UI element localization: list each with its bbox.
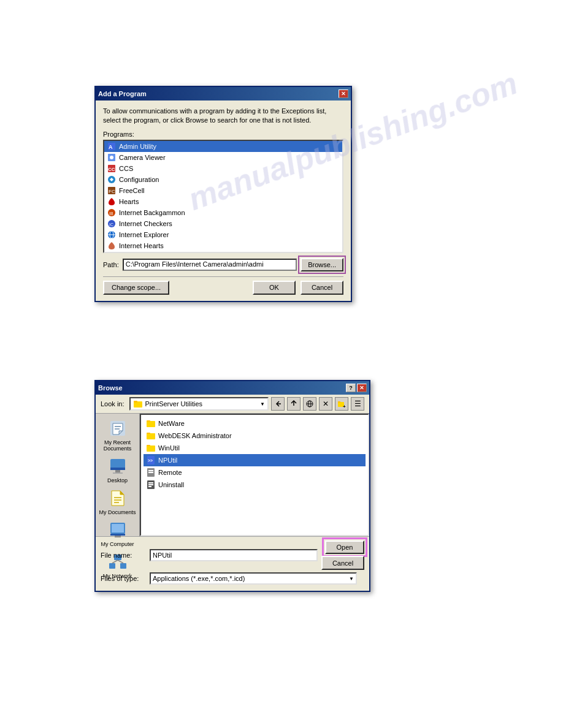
dropdown-arrow[interactable]: ▼ xyxy=(260,401,265,407)
svg-rect-46 xyxy=(147,421,155,427)
list-item[interactable]: Hearts xyxy=(104,196,342,207)
change-scope-button[interactable]: Change scope... xyxy=(103,281,169,295)
list-item[interactable]: IC Internet Checkers xyxy=(104,218,342,229)
filetype-row: Files of type: Applications (*.exe,*.com… xyxy=(101,572,364,585)
look-in-select[interactable]: PrintServer Utilities ▼ xyxy=(129,397,269,411)
look-in-value: PrintServer Utilities xyxy=(145,400,259,408)
svg-rect-40 xyxy=(115,536,121,537)
svg-rect-32 xyxy=(115,470,120,472)
close-button[interactable]: ✕ xyxy=(339,89,348,98)
dropdown-arrow-icon[interactable]: ▼ xyxy=(349,576,354,582)
svg-rect-59 xyxy=(148,484,153,485)
svg-text:IB: IB xyxy=(109,211,113,216)
svg-rect-56 xyxy=(148,472,153,473)
delete-button[interactable]: ✕ xyxy=(319,397,332,411)
files-of-type-select[interactable]: Applications (*.exe,*.com,*.icd) ▼ xyxy=(150,572,357,585)
add-program-body: To allow communications with a program b… xyxy=(96,100,351,301)
sidebar-recent[interactable]: My Recent Documents xyxy=(98,419,137,452)
go-back-button[interactable] xyxy=(271,397,285,411)
browse-titlebar-buttons: ? ✕ xyxy=(346,384,367,392)
back-icon xyxy=(274,400,282,408)
filename-row: File name: NPUtil Open Cancel xyxy=(101,540,364,570)
sidebar-documents[interactable]: My Documents xyxy=(98,488,137,515)
svg-rect-19 xyxy=(134,401,137,403)
svg-rect-25 xyxy=(338,401,340,403)
svg-text:IC: IC xyxy=(109,222,113,227)
svg-line-45 xyxy=(118,560,123,563)
svg-rect-55 xyxy=(148,470,153,471)
open-button[interactable]: Open xyxy=(325,540,364,554)
documents-icon xyxy=(108,488,128,508)
file-item[interactable]: Remote xyxy=(144,466,366,479)
file-item[interactable]: NetWare xyxy=(144,417,366,430)
browse-cancel-button[interactable]: Cancel xyxy=(321,556,364,570)
browse-titlebar: Browse ? ✕ xyxy=(96,381,369,395)
svg-rect-48 xyxy=(147,433,155,439)
list-item[interactable]: Camera Viewer xyxy=(104,152,342,163)
svg-rect-42 xyxy=(109,563,115,569)
app-icon: CC xyxy=(107,164,117,173)
browse-dialog: Browse ? ✕ Look in: PrintServer Utilitie… xyxy=(94,380,370,592)
titlebar-buttons: ✕ xyxy=(339,89,348,98)
recent-icon xyxy=(108,419,128,438)
svg-text:FC: FC xyxy=(109,189,115,194)
programs-label: Programs: xyxy=(103,131,343,138)
add-program-description: To allow communications with a program b… xyxy=(103,107,343,126)
list-item[interactable]: IR Internet Reversi xyxy=(104,251,342,253)
computer-icon xyxy=(108,520,128,540)
browse-button[interactable]: Browse... xyxy=(301,258,343,271)
path-input[interactable]: C:\Program Files\Internet Camera\admin\a… xyxy=(123,259,297,271)
cancel-button[interactable]: Cancel xyxy=(301,281,343,295)
svg-rect-33 xyxy=(113,472,123,474)
file-item[interactable]: WinUtil xyxy=(144,442,366,454)
folder-icon xyxy=(146,419,156,428)
path-row: Path: C:\Program Files\Internet Camera\a… xyxy=(103,258,343,271)
web-icon xyxy=(305,400,314,408)
file-name-input[interactable]: NPUtil xyxy=(150,549,318,561)
svg-text:>>: >> xyxy=(148,458,153,463)
list-item[interactable]: CC CCS xyxy=(104,163,342,174)
new-folder-button[interactable]: + xyxy=(335,397,348,411)
search-web-button[interactable] xyxy=(303,397,316,411)
look-in-label: Look in: xyxy=(101,400,124,408)
list-item[interactable]: Internet Hearts xyxy=(104,240,342,251)
list-item[interactable]: A Admin Utility xyxy=(104,141,342,152)
add-program-titlebar: Add a Program ✕ xyxy=(96,87,351,100)
list-item[interactable]: Configuration xyxy=(104,174,342,185)
file-item[interactable]: Uninstall xyxy=(144,479,366,491)
app-icon: FC xyxy=(107,186,117,195)
list-item[interactable]: Internet Explorer xyxy=(104,229,342,240)
ie-icon xyxy=(107,230,117,240)
dialog-bottom-row: Change scope... OK Cancel xyxy=(103,276,343,295)
help-button[interactable]: ? xyxy=(346,384,356,392)
svg-rect-49 xyxy=(147,433,150,434)
views-button[interactable]: ☰ xyxy=(351,397,364,411)
browse-file-area[interactable]: NetWare WebDESK Administrator WinUtil xyxy=(140,414,369,536)
app-file-icon: >> xyxy=(146,455,156,465)
svg-text:A: A xyxy=(109,144,113,150)
app-icon xyxy=(107,241,117,251)
browse-toolbar: Look in: PrintServer Utilities ▼ ✕ + ☰ xyxy=(96,395,369,414)
svg-text:CC: CC xyxy=(108,167,115,172)
svg-rect-31 xyxy=(110,468,125,470)
browse-close-button[interactable]: ✕ xyxy=(357,384,367,392)
files-of-type-label: Files of type: xyxy=(101,575,150,582)
app-icon: IR xyxy=(107,252,117,253)
svg-rect-47 xyxy=(147,420,150,422)
svg-rect-38 xyxy=(112,524,124,533)
list-item[interactable]: IB Internet Backgammon xyxy=(104,207,342,218)
sidebar-computer[interactable]: My Computer xyxy=(98,520,137,547)
list-item[interactable]: FC FreeCell xyxy=(104,185,342,196)
file-item[interactable]: WebDESK Administrator xyxy=(144,430,366,442)
up-folder-button[interactable] xyxy=(287,397,301,411)
file-item-selected[interactable]: >> NPUtil xyxy=(144,454,366,466)
ok-button[interactable]: OK xyxy=(253,281,296,295)
svg-rect-39 xyxy=(110,534,125,536)
app-icon xyxy=(107,153,117,162)
svg-text:+: + xyxy=(343,404,346,408)
programs-list[interactable]: A Admin Utility Camera Viewer CC CCS xyxy=(103,140,343,253)
browse-sidebar: My Recent Documents Desktop xyxy=(96,414,140,536)
svg-rect-43 xyxy=(120,563,126,569)
sidebar-desktop[interactable]: Desktop xyxy=(98,457,137,483)
folder-icon xyxy=(146,443,156,453)
